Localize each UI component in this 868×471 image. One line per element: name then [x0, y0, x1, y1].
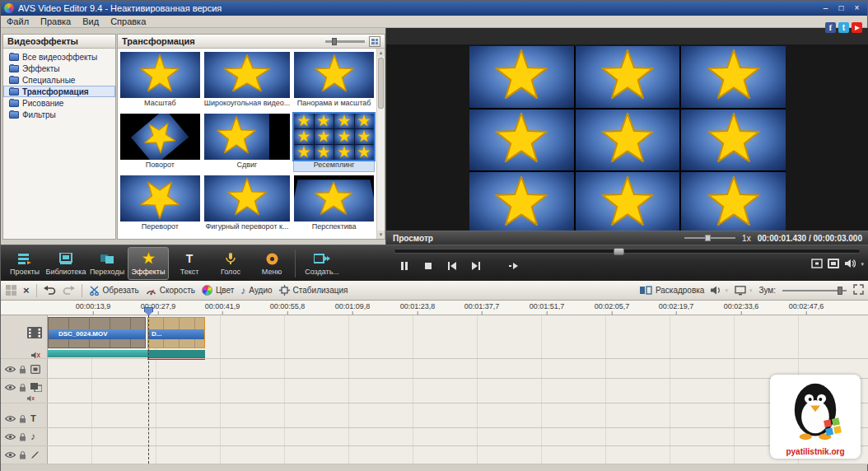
preview-speed-slider[interactable]: [684, 237, 735, 239]
eye-icon[interactable]: [5, 415, 16, 422]
timeline-ruler[interactable]: 00:00:13,9 00:00:27,9 00:00:41,9 00:00:5…: [1, 301, 868, 315]
stabilization-button[interactable]: Стабилизация: [279, 285, 348, 296]
effect-thumbnail-pan-zoom[interactable]: Панорама и масштаб: [294, 52, 374, 110]
zoom-slider-thumb[interactable]: [838, 287, 842, 295]
effects-grid-panel: Трансформация Масштаб Широкоугольная вид…: [117, 34, 385, 240]
lock-icon[interactable]: [19, 450, 26, 459]
menu-edit[interactable]: Правка: [35, 16, 77, 26]
delete-button[interactable]: ×: [23, 285, 30, 296]
storyboard-button[interactable]: Раскадровка: [640, 286, 704, 295]
eye-icon[interactable]: [5, 366, 16, 373]
menu-disc-button[interactable]: Меню: [251, 247, 292, 280]
stop-button[interactable]: [418, 259, 439, 273]
thumbnail-size-slider[interactable]: [325, 40, 365, 43]
seek-thumb[interactable]: [614, 248, 624, 255]
youtube-icon[interactable]: [852, 22, 862, 33]
effect-thumbnail-flip[interactable]: Переворот: [120, 175, 200, 233]
create-button[interactable]: Создать...: [298, 247, 346, 280]
effect-thumbnail-scale[interactable]: Масштаб: [120, 52, 200, 110]
effect-thumbnail-rotate[interactable]: Поворот: [120, 114, 200, 171]
lock-icon[interactable]: [19, 365, 26, 374]
effect-label: Сдвиг: [204, 160, 290, 170]
eye-icon[interactable]: [5, 451, 16, 459]
voice-button[interactable]: Голос: [210, 247, 251, 280]
grid-view-button[interactable]: [369, 36, 380, 47]
lock-icon[interactable]: [19, 414, 26, 423]
facebook-icon[interactable]: f: [825, 22, 836, 33]
scroll-down-icon[interactable]: ▼: [377, 231, 385, 239]
text-button[interactable]: T Текст: [169, 247, 210, 280]
volume-dropdown-icon[interactable]: ▾: [861, 261, 864, 268]
tree-item-special[interactable]: Специальные: [3, 74, 115, 86]
mixer-dropdown-icon[interactable]: ▾: [725, 287, 728, 294]
color-wheel-icon: [202, 285, 212, 296]
video-clip[interactable]: DSC_0024.MOV: [48, 317, 146, 348]
mute-icon[interactable]: [27, 395, 35, 402]
projects-button[interactable]: Проекты: [4, 247, 45, 280]
video-overlay-track-icon[interactable]: [30, 383, 42, 392]
playback-zone: ▾: [385, 245, 868, 282]
timecode: 00:00:01.430 / 00:00:03.000: [758, 234, 862, 243]
effect-thumbnail-figure-flip[interactable]: Фигурный переворот к...: [204, 175, 290, 233]
fullscreen-button[interactable]: [811, 259, 823, 270]
snapshot-button[interactable]: [828, 259, 839, 270]
close-button[interactable]: ×: [850, 3, 864, 14]
undo-button[interactable]: [44, 285, 56, 296]
effects-tree-title: Видеоэффекты: [3, 35, 115, 49]
effect-thumbnail-shift[interactable]: Сдвиг: [204, 114, 290, 171]
next-frame-button[interactable]: [465, 259, 487, 273]
music-note-icon: ♪: [240, 286, 245, 296]
library-button[interactable]: Библиотека: [45, 247, 86, 280]
lock-icon[interactable]: [19, 383, 26, 392]
speed-button[interactable]: Скорость: [146, 286, 195, 296]
effect-thumbnail-resample[interactable]: Ресемплинг: [294, 114, 374, 171]
text-track-icon[interactable]: T: [30, 414, 36, 423]
tree-item-transformation[interactable]: Трансформация: [3, 86, 115, 97]
transitions-button[interactable]: Переходы: [86, 247, 128, 280]
effect-thumbnail-wide-angle[interactable]: Широкоугольная видео...: [204, 52, 290, 110]
eye-icon[interactable]: [5, 433, 16, 441]
layout-grid-icon[interactable]: [6, 285, 16, 296]
menu-file[interactable]: Файл: [1, 16, 35, 26]
audio-button[interactable]: ♪ Аудио: [240, 286, 272, 296]
scrollbar-thumb[interactable]: [378, 58, 384, 109]
effect-thumbnail-perspective[interactable]: Перспектива: [294, 175, 374, 233]
tree-item-all-effects[interactable]: Все видеоэффекты: [3, 51, 115, 63]
lock-icon[interactable]: [19, 432, 26, 441]
maximize-button[interactable]: □: [834, 3, 848, 14]
voice-track-icon[interactable]: [30, 450, 40, 459]
audio-track-icon[interactable]: ♪: [30, 431, 35, 441]
scroll-up-icon[interactable]: ▲: [377, 49, 385, 57]
playhead-line: [148, 315, 149, 464]
effects-button[interactable]: Эффекты: [128, 247, 169, 280]
transition-strip[interactable]: [48, 350, 205, 357]
fit-timeline-button[interactable]: [853, 284, 864, 296]
tree-item-drawing[interactable]: Рисование: [3, 97, 115, 109]
video-track-icon[interactable]: [27, 327, 42, 338]
effect-label: Масштаб: [120, 98, 200, 108]
volume-button[interactable]: [844, 259, 856, 270]
display-button[interactable]: ▾: [735, 286, 753, 296]
display-dropdown-icon[interactable]: ▾: [749, 287, 753, 294]
app-icon: [4, 3, 14, 13]
color-button[interactable]: Цвет: [202, 285, 234, 296]
timeline-tracks[interactable]: DSC_0024.MOV D...: [48, 315, 868, 464]
trim-button[interactable]: Обрезать: [89, 286, 139, 296]
video-clip-selected[interactable]: D...: [147, 317, 205, 348]
zoom-slider[interactable]: [782, 290, 847, 291]
seek-slider[interactable]: [394, 249, 861, 254]
redo-button[interactable]: [63, 285, 75, 296]
previous-frame-button[interactable]: [441, 259, 463, 273]
scrollbar-vertical[interactable]: ▲ ▼: [376, 49, 385, 239]
eye-icon[interactable]: [5, 384, 16, 391]
step-forward-button[interactable]: [503, 259, 525, 273]
minimize-button[interactable]: –: [819, 3, 833, 14]
twitter-icon[interactable]: t: [838, 22, 849, 33]
tree-item-filters[interactable]: Фильтры: [3, 109, 115, 120]
tree-item-effects[interactable]: Эффекты: [3, 63, 115, 74]
pause-button[interactable]: [394, 259, 415, 273]
mixer-button[interactable]: ▾: [711, 286, 728, 295]
menu-help[interactable]: Справка: [105, 16, 152, 26]
menu-view[interactable]: Вид: [77, 16, 105, 26]
overlay-track-icon[interactable]: [30, 365, 40, 374]
